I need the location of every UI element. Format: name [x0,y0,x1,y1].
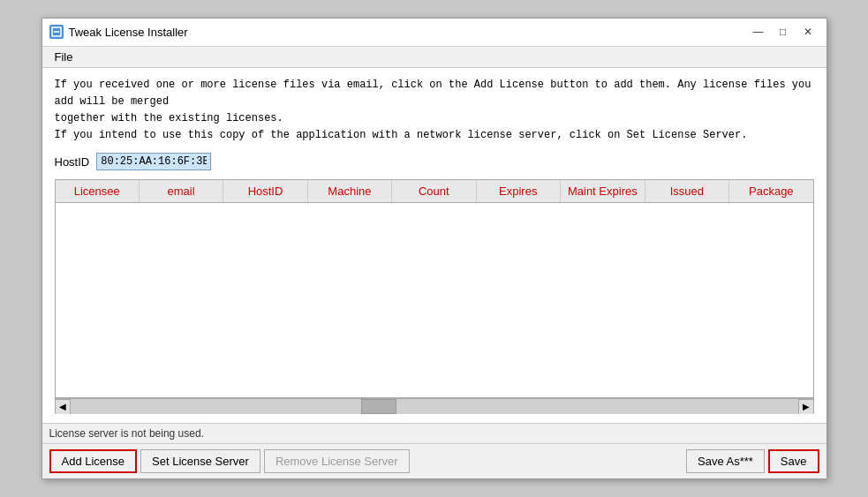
add-license-button[interactable]: Add License [49,449,138,473]
col-hostid: HostID [223,180,307,202]
description-text: If you received one or more license file… [55,77,814,145]
col-expires: Expires [477,180,561,202]
maximize-button[interactable]: □ [772,23,795,41]
horizontal-scrollbar[interactable]: ◀ ▶ [55,398,814,414]
license-table: Licensee email HostID Machine Count Expi… [55,179,814,398]
remove-license-server-button[interactable]: Remove License Server [264,449,410,473]
save-as-button[interactable]: Save As*** [686,449,765,473]
window-title: Tweak License Installer [69,26,188,39]
menu-bar: File [42,47,826,68]
bottom-right-buttons: Save As*** Save [686,449,819,473]
desc-line3: If you intend to use this copy of the ap… [55,127,814,144]
host-id-input[interactable] [96,153,211,170]
table-body [56,203,813,397]
scroll-left-button[interactable]: ◀ [55,399,71,415]
table-header: Licensee email HostID Machine Count Expi… [56,180,813,203]
col-licensee: Licensee [56,180,140,202]
save-button[interactable]: Save [768,449,819,473]
col-issued: Issued [645,180,729,202]
title-bar-left: Tweak License Installer [49,25,188,39]
desc-line1: If you received one or more license file… [55,77,814,110]
col-maint-expires: Maint Expires [561,180,645,202]
content-area: If you received one or more license file… [42,68,826,424]
host-id-label: HostID [55,155,90,169]
scroll-track[interactable] [71,399,798,414]
col-machine: Machine [308,180,392,202]
scroll-right-button[interactable]: ▶ [798,399,814,415]
scroll-thumb[interactable] [361,399,396,414]
title-controls: — □ ✕ [747,23,819,41]
set-license-server-button[interactable]: Set License Server [140,449,260,473]
bottom-bar: Add License Set License Server Remove Li… [42,443,826,478]
title-bar: Tweak License Installer — □ ✕ [42,19,826,47]
col-email: email [140,180,223,202]
status-text: License server is not being used. [49,427,204,440]
menu-file[interactable]: File [49,49,79,65]
col-count: Count [392,180,476,202]
col-package: Package [729,180,812,202]
app-icon [49,25,64,39]
minimize-button[interactable]: — [747,23,770,41]
close-button[interactable]: ✕ [796,23,819,41]
main-window: Tweak License Installer — □ ✕ File If yo… [42,18,827,480]
host-row: HostID [55,153,814,170]
status-bar: License server is not being used. [42,423,826,443]
bottom-left-buttons: Add License Set License Server Remove Li… [49,449,410,473]
desc-line2: together with the existing licenses. [55,110,814,127]
